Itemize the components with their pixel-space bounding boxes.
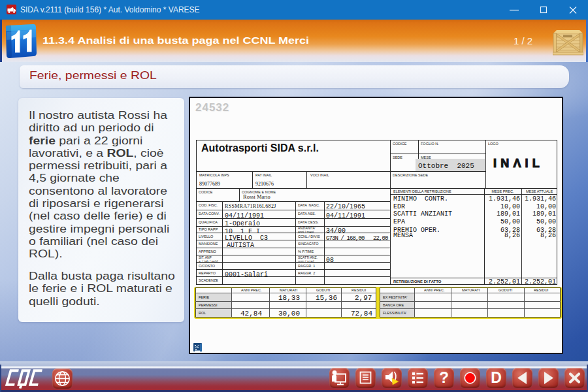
- svg-text:INΛIL: INΛIL: [493, 158, 544, 169]
